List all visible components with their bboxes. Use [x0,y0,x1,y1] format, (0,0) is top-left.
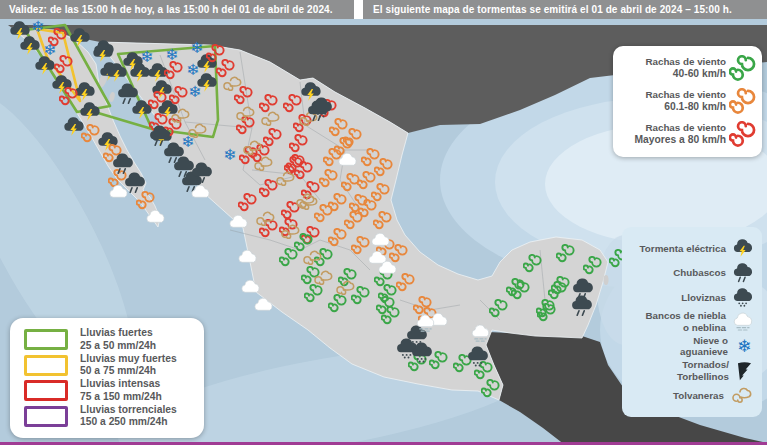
next-issue-banner: El siguiente mapa de tormentas se emitir… [363,0,767,19]
snow-icon [734,336,754,356]
weather-symbols-legend: Tormenta eléctrica Chubascos Lloviznas B… [622,227,762,417]
thunderstorm-icon [732,238,754,259]
legend-row-dust-devil: Tolvaneras [628,383,754,408]
legend-row-showers: Chubascos [628,261,754,286]
legend-row-snow: Nieve o aguanieve [628,334,754,359]
wind-legend-range: 60.1-80 km/h [645,101,726,114]
dust-devil-icon [730,386,754,404]
purple-rain-swatch [24,406,68,427]
legend-row-wind-60-80: Rachas de viento 60.1-80 km/h [617,85,756,118]
storm-forecast-map: ❄ [0,0,767,445]
rain-label: Lluvias muy fuertes [80,353,177,365]
wind-gust-orange-icon [729,88,756,115]
rain-label: Lluvias torrenciales [80,404,177,416]
legend-row-lluvias-muy-fuertes: Lluvias muy fuertes 50 a 75 mm/24h [20,353,194,379]
legend-row-wind-40-60: Rachas de viento 40-60 km/h [617,52,756,85]
rain-range: 25 a 50 mm/24h [80,340,156,352]
tornado-icon [735,361,754,381]
wind-gust-green-icon [729,55,756,82]
rainfall-legend: Lluvias fuertes 25 a 50 mm/24h Lluvias m… [10,318,204,438]
symbol-label: Chubascos [628,267,726,278]
legend-row-lluvias-intensas: Lluvias intensas 75 a 150 mm/24h [20,378,194,404]
symbol-label: Tolvaneras [628,390,724,401]
legend-row-wind-80plus: Rachas de viento Mayores a 80 km/h [617,118,756,151]
wind-legend-label: Rachas de viento [645,89,726,101]
fog-icon [732,312,754,332]
green-rain-swatch [24,329,68,350]
rain-label: Lluvias fuertes [80,327,156,339]
wind-legend-range: Mayores a 80 km/h [634,134,726,147]
banner-divider [354,0,363,19]
validity-banner: Validez: de las 15:00 h de hoy, a las 15… [0,0,363,19]
symbol-label: Lloviznas [628,292,726,303]
symbol-label: Tornados/ Torbellinos [628,359,729,382]
wind-legend-label: Rachas de viento [634,122,726,134]
rain-range: 150 a 250 mm/24h [80,416,177,428]
legend-row-lluvias-fuertes: Lluvias fuertes 25 a 50 mm/24h [20,327,194,353]
red-rain-swatch [24,380,68,401]
symbol-label: Nieve o aguanieve [628,335,728,358]
legend-row-lluvias-torrenciales: Lluvias torrenciales 150 a 250 mm/24h [20,404,194,430]
rain-range: 50 a 75 mm/24h [80,365,177,377]
legend-row-drizzle: Lloviznas [628,285,754,310]
legend-row-thunderstorm: Tormenta eléctrica [628,236,754,261]
showers-icon [732,262,754,283]
rain-label: Lluvias intensas [80,378,162,390]
symbol-label: Tormenta eléctrica [628,243,726,254]
drizzle-icon [732,287,754,308]
wind-legend-range: 40-60 km/h [645,68,726,81]
wind-gust-legend: Rachas de viento 40-60 km/h Rachas de vi… [613,46,762,157]
symbol-label: Bancos de niebla o neblina [628,310,726,333]
legend-row-fog: Bancos de niebla o neblina [628,310,754,335]
yellow-rain-swatch [24,355,68,376]
legend-row-tornado: Tornados/ Torbellinos [628,359,754,384]
wind-legend-label: Rachas de viento [645,56,726,68]
rain-range: 75 a 150 mm/24h [80,391,162,403]
wind-gust-red-icon [729,121,756,148]
